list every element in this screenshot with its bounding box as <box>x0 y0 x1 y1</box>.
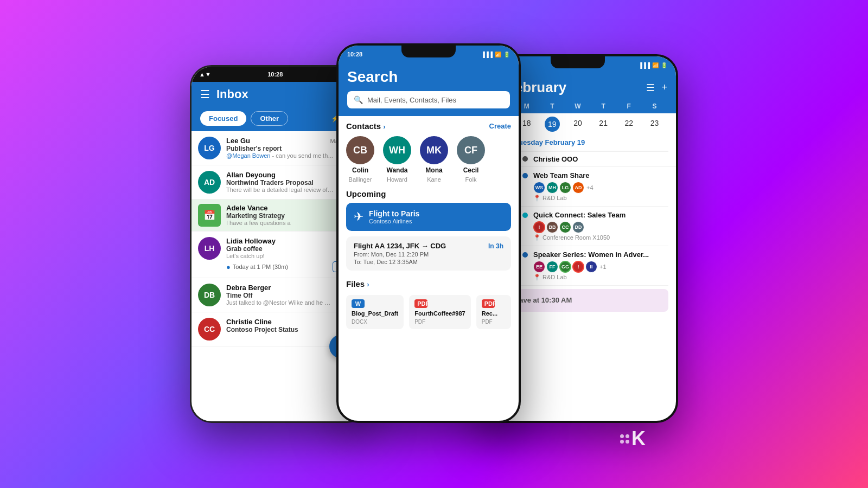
battery-icon: 🔋 <box>661 62 667 68</box>
event-content: Quick Connect: Sales Team ! BB CC DD 📍 C… <box>533 211 668 241</box>
dot <box>626 434 629 438</box>
event-dot <box>522 252 528 258</box>
dot <box>626 440 629 444</box>
contact-avatar-mona: MK <box>420 136 448 164</box>
contacts-section-header: Contacts › Create <box>339 116 519 134</box>
file-type: PDF <box>482 319 506 325</box>
location-icon: 📍 <box>533 234 541 241</box>
location-icon: 📍 <box>533 274 541 281</box>
search-icon: 🔍 <box>354 95 363 104</box>
avatar: LG <box>559 182 571 194</box>
email-top: Lee Gu Mar 23 <box>226 137 349 145</box>
contact-name: Mona <box>425 166 442 174</box>
cal-actions: ☰ + <box>646 82 667 94</box>
contact-name: Colin <box>352 166 368 174</box>
avatar: BB <box>546 221 558 233</box>
cal-date-21[interactable]: 21 <box>591 117 616 132</box>
flight-detail[interactable]: Flight AA 1234, JFK → CDG In 3h From: Mo… <box>346 236 511 271</box>
contacts-row: CB Colin Ballinger WH Wanda Howard MK Mo… <box>339 134 519 189</box>
files-section: Files › W Blog_Post_Draft DOCX PDF Fourt… <box>339 275 519 329</box>
inbox-title: Inbox <box>216 87 248 101</box>
tab-focused[interactable]: Focused <box>200 111 246 126</box>
avatar: LG <box>198 137 221 159</box>
search-placeholder: Mail, Events, Contacts, Files <box>367 96 456 104</box>
event-content: Speaker Series: Women in Adver... EE FF … <box>533 251 668 281</box>
battery-icons-right: ▐▐▐ 📶 🔋 <box>639 62 667 68</box>
files-header: Files › <box>346 275 511 292</box>
contact-last: Kane <box>427 176 441 183</box>
avatar: II <box>585 261 597 273</box>
file-name: Blog_Post_Draft <box>352 310 398 317</box>
sender-name: Lidia Holloway <box>226 237 276 245</box>
avatar: LH <box>198 237 221 260</box>
phone-search: 10:28 ▐▐▐ 📶 🔋 Search 🔍 Mail, Events, Con… <box>336 43 521 423</box>
flight-in-time: In 3h <box>488 242 503 250</box>
battery-icon: 🔋 <box>503 52 510 57</box>
avatar: WS <box>533 182 545 194</box>
search-header: Search 🔍 Mail, Events, Contacts, Files <box>339 63 519 116</box>
tabs-left: Focused Other <box>200 111 288 126</box>
tab-other[interactable]: Other <box>251 111 288 126</box>
email-subject: Marketing Strategy <box>226 212 336 220</box>
event-title: Web Team Share <box>533 171 668 179</box>
mention: @Megan Bowen <box>226 152 271 159</box>
avatar: CC <box>559 221 571 233</box>
location-text: R&D Lab <box>542 274 567 280</box>
contact-name: Wanda <box>387 166 408 174</box>
flight-to: To: Tue, Dec 12 3:35AM <box>354 259 503 265</box>
event-location: 📍 R&D Lab <box>533 195 668 202</box>
upcoming-section: Upcoming ✈ Flight to Paris Contoso Airli… <box>339 189 519 271</box>
contact-avatar-colin: CB <box>346 136 374 164</box>
cal-date-22[interactable]: 22 <box>616 117 642 132</box>
create-link[interactable]: Create <box>489 122 511 130</box>
file-name: FourthCoffee#987 <box>414 310 465 317</box>
cal-date-20[interactable]: 20 <box>565 117 590 132</box>
file-card-pdf1[interactable]: PDF FourthCoffee#987 PDF <box>409 295 471 329</box>
event-dot <box>522 173 528 178</box>
menu-icon[interactable]: ☰ <box>200 88 210 101</box>
event-dot <box>522 156 528 162</box>
allday-event-title: Christie OOO <box>533 155 578 163</box>
event-title: Quick Connect: Sales Team <box>533 211 668 219</box>
list-icon[interactable]: ☰ <box>646 82 655 94</box>
contact-item-wanda[interactable]: WH Wanda Howard <box>383 136 411 183</box>
search-box[interactable]: 🔍 Mail, Events, Contacts, Files <box>347 91 510 108</box>
phones-container: ▲▼ 10:28 ▐▐▐ 🔋 ☰ Inbox Focused Other ⚡ F… <box>190 22 678 466</box>
weekday-t1: T <box>539 102 565 110</box>
file-card-docx[interactable]: W Blog_Post_Draft DOCX <box>346 295 404 329</box>
calendar-small-icon: ● <box>226 263 231 271</box>
contact-item-mona[interactable]: MK Mona Kane <box>420 136 448 183</box>
avatar: FF <box>546 261 558 273</box>
avatar: CC <box>198 318 221 341</box>
contact-item-cecil[interactable]: CF Cecil Folk <box>457 136 485 183</box>
location-text: R&D Lab <box>542 195 567 201</box>
signal-icon: ▐▐▐ <box>639 62 650 68</box>
contact-avatar-cecil: CF <box>457 136 485 164</box>
watermark: K <box>620 427 646 450</box>
file-name: Rec... <box>482 310 506 317</box>
flight-detail-header: Flight AA 1234, JFK → CDG In 3h <box>354 242 503 250</box>
cal-date-19-today[interactable]: 19 <box>545 117 560 132</box>
contact-name: Cecil <box>463 166 479 174</box>
avatar: EE <box>533 261 545 273</box>
cal-date-23[interactable]: 23 <box>642 117 667 132</box>
notch <box>401 46 456 57</box>
watermark-letter: K <box>631 427 646 450</box>
sender-name: Allan Deyoung <box>226 171 276 179</box>
contact-last: Ballinger <box>349 176 372 183</box>
contact-avatar-wanda: WH <box>383 136 411 164</box>
weekday-f: F <box>616 102 642 110</box>
weekday-s2: S <box>642 102 667 110</box>
file-card-pdf2[interactable]: PDF Rec... PDF <box>476 295 511 329</box>
watermark-dots <box>620 434 629 444</box>
flight-card[interactable]: ✈ Flight to Paris Contoso Airlines <box>346 203 511 231</box>
sender-name: Adele Vance <box>226 204 268 212</box>
dot <box>620 434 624 438</box>
subject-text: Time Off <box>226 292 252 299</box>
add-event-icon[interactable]: + <box>661 82 667 94</box>
location-text: Conference Room X1050 <box>542 234 610 241</box>
avatar: DB <box>198 284 221 306</box>
time-left: 10:28 <box>267 71 283 78</box>
contact-item-colin[interactable]: CB Colin Ballinger <box>346 136 374 183</box>
email-preview: I have a few questions a <box>226 220 336 226</box>
